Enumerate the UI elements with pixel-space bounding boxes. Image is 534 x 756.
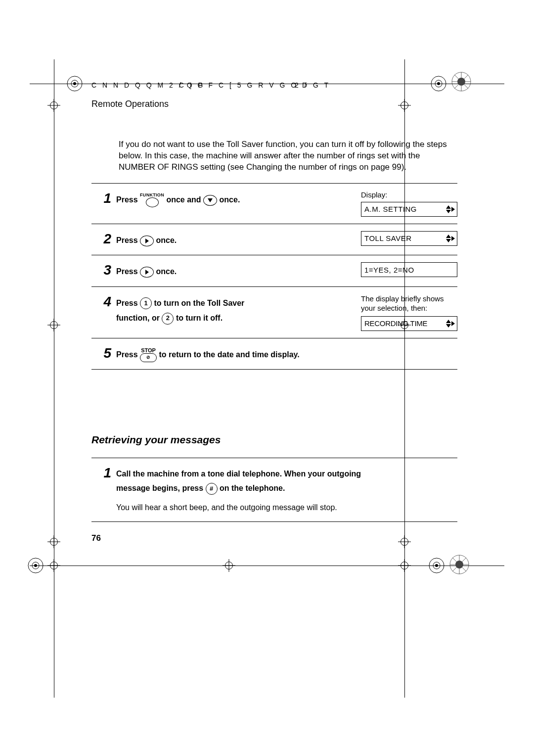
svg-point-17 (435, 564, 438, 567)
step-instruction: Press STOP ⊘ to return to the date and t… (116, 344, 457, 362)
svg-point-5 (437, 82, 440, 85)
intro-paragraph: If you do not want to use the Toll Saver… (119, 139, 452, 173)
svg-point-2 (73, 82, 76, 85)
step-display: 1=YES, 2=NO (361, 261, 457, 277)
svg-point-23 (455, 561, 463, 568)
step-number: 2 (91, 230, 116, 246)
press-label: Press (116, 267, 138, 276)
text-function-or: function, or (116, 314, 160, 322)
key-2-icon: 2 (162, 313, 174, 325)
text-turn-on: to turn on the Toll Saver (154, 299, 245, 307)
display-note-b: your selection, then: (361, 304, 427, 312)
down-key-icon (203, 195, 217, 206)
lcd-box: 1=YES, 2=NO (361, 262, 457, 277)
registration-mark-icon (66, 75, 83, 92)
right-key-icon (140, 236, 154, 246)
stop-key-icon: STOP ⊘ (140, 348, 157, 362)
step-number: 1 (91, 464, 116, 480)
crosshair-icon (222, 559, 235, 572)
subheading: Retrieving your messages (91, 434, 457, 446)
registration-mark-icon (428, 557, 445, 574)
crosshair-icon (398, 535, 411, 548)
text-once: once. (220, 195, 240, 204)
retrieve-block: 1 Call the machine from a tone dial tele… (91, 458, 457, 522)
retrieve-line1: Call the machine from a tone dial teleph… (116, 470, 361, 478)
step-display: Display: A.M. SETTING (361, 189, 457, 217)
key-1-icon: 1 (140, 297, 152, 309)
text-turn-off: to turn it off. (176, 314, 222, 322)
stop-label: STOP (141, 348, 156, 353)
lcd-text: RECORDING TIME (364, 319, 427, 328)
crosshair-icon (398, 319, 411, 331)
text-once: once. (156, 236, 177, 244)
lcd-arrows-icon (446, 205, 455, 213)
step-display: TOLL SAVER (361, 230, 457, 246)
step-instruction: Press FUNKTION once and once. (116, 189, 361, 207)
registration-target-icon (451, 71, 472, 92)
retrieve-line2b: on the telephone. (220, 484, 285, 492)
step-number: 3 (91, 261, 116, 277)
step-instruction: Call the machine from a tone dial teleph… (116, 464, 457, 515)
registration-target-icon (449, 554, 470, 575)
press-label: Press (116, 195, 138, 204)
step-instruction: Press once. (116, 261, 361, 279)
step-instruction: Press 1 to turn on the Toll Saver functi… (116, 293, 361, 326)
step-row: 3 Press once. 1=YES, 2=NO (91, 255, 457, 286)
crosshair-icon (47, 559, 60, 572)
lcd-arrows-icon (446, 320, 455, 328)
step-row: 2 Press once. TOLL SAVER (91, 224, 457, 255)
step-row: 5 Press STOP ⊘ to return to the date and… (91, 338, 457, 370)
crosshair-icon (47, 535, 60, 548)
step-number: 1 (91, 189, 116, 205)
page-content: Remote Operations If you do not want to … (91, 74, 457, 522)
retrieve-note: You will hear a short beep, and the outg… (116, 501, 457, 515)
steps-block: 1 Press FUNKTION once and once. Display:… (91, 183, 457, 370)
lcd-text: 1=YES, 2=NO (364, 266, 414, 274)
svg-point-11 (457, 78, 465, 86)
step-row: 1 Press FUNKTION once and once. Display:… (91, 184, 457, 224)
registration-mark-icon (27, 557, 44, 574)
press-label: Press (116, 236, 138, 244)
crosshair-icon (398, 99, 411, 112)
press-label: Press (116, 299, 138, 307)
funktion-label: FUNKTION (140, 193, 164, 197)
wide-key-icon: ⊘ (140, 353, 157, 362)
display-label: Display: (361, 190, 457, 199)
hash-key-icon: # (206, 483, 218, 495)
lcd-arrows-icon (446, 235, 455, 242)
press-label: Press (116, 350, 138, 359)
oval-key-icon (146, 197, 159, 207)
registration-mark-icon (430, 75, 447, 92)
step-number: 4 (91, 293, 116, 309)
display-note-a: The display briefly shows (361, 294, 444, 303)
crop-line-left (54, 59, 54, 698)
lcd-text: A.M. SETTING (364, 205, 417, 213)
crosshair-icon (398, 559, 411, 572)
crosshair-icon (47, 99, 60, 112)
retrieve-line2a: message begins, press (116, 484, 203, 492)
lcd-box: A.M. SETTING (361, 202, 457, 217)
right-key-icon (140, 267, 154, 278)
page-number: 76 (91, 533, 101, 543)
step-instruction: Press once. (116, 230, 361, 248)
lcd-text: TOLL SAVER (364, 234, 412, 242)
step-number: 5 (91, 344, 116, 360)
crosshair-icon (47, 319, 60, 331)
svg-point-14 (34, 564, 37, 567)
text-once-and: once and (166, 195, 201, 204)
text-once: once. (156, 267, 177, 276)
funktion-key-icon: FUNKTION (140, 193, 164, 207)
lcd-box: TOLL SAVER (361, 231, 457, 246)
step-row: 1 Call the machine from a tone dial tele… (91, 458, 457, 522)
text-return: to return to the date and time display. (159, 350, 300, 359)
